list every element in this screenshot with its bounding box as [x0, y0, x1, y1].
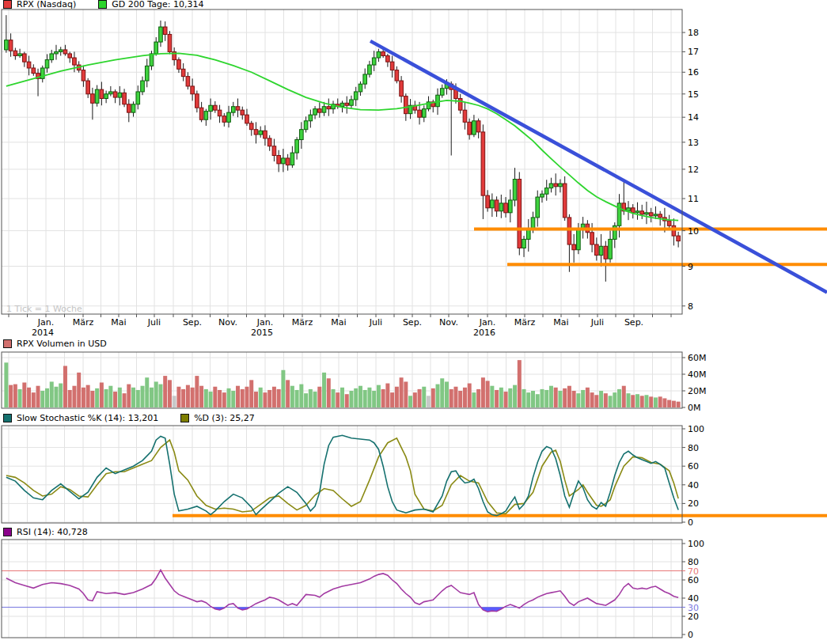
candle-down: [463, 110, 467, 122]
month-label: März: [514, 317, 536, 328]
volume-bar: [45, 388, 49, 407]
volume-bar: [490, 386, 494, 407]
volume-legend: RPX Volumen in USD: [3, 339, 107, 348]
stochastic-tick-label: 100: [688, 424, 704, 434]
candle-down: [476, 121, 480, 132]
candle-down: [249, 123, 253, 130]
candle-down: [563, 184, 567, 218]
candle-down: [272, 146, 276, 156]
stochastic-d-label: %D (3): 25,27: [194, 413, 255, 423]
candle-up: [104, 94, 108, 99]
candle-up: [350, 100, 354, 105]
volume-bar: [508, 388, 512, 407]
volume-bar: [286, 380, 290, 407]
candle-up: [363, 74, 367, 84]
candle-down: [390, 62, 394, 70]
candle-up: [204, 112, 208, 120]
candle-up: [599, 246, 603, 255]
month-label: Sep.: [183, 317, 202, 328]
volume-bar: [354, 388, 358, 407]
candle-up: [59, 50, 63, 52]
volume-bar: [9, 385, 13, 407]
volume-bar: [594, 395, 598, 407]
candle-down: [199, 108, 203, 119]
volume-bar: [40, 391, 44, 407]
candle-up: [609, 239, 613, 259]
volume-bar: [445, 381, 449, 407]
volume-bar: [649, 396, 653, 407]
price-series-legend-item: RPX (Nasdaq): [3, 0, 76, 9]
month-label: Nov.: [439, 317, 458, 328]
volume-bar: [522, 389, 526, 407]
volume-bar: [59, 384, 63, 407]
volume-bar: [617, 389, 621, 407]
candle-down: [191, 86, 195, 94]
volume-bar: [526, 392, 530, 407]
volume-bar: [332, 389, 336, 407]
volume-bar: [536, 394, 540, 407]
candle-down: [658, 214, 662, 218]
ma200-label: GD 200 Tage: 10,314: [112, 0, 203, 9]
candle-up: [55, 51, 59, 54]
candle-down: [554, 184, 558, 187]
candle-up: [45, 60, 49, 68]
volume-bar: [131, 388, 135, 407]
candle-up: [541, 194, 544, 197]
candle-up: [509, 200, 513, 213]
volume-bar: [567, 386, 571, 407]
volume-bar: [90, 391, 94, 407]
volume-bar: [572, 391, 576, 407]
candle-down: [181, 69, 185, 76]
volume-bar: [395, 387, 399, 407]
candle-down: [254, 130, 258, 134]
volume-bar: [118, 388, 122, 407]
month-label: Jan.: [37, 317, 54, 328]
month-label: Juli: [147, 317, 161, 328]
volume-bar: [385, 384, 389, 407]
candle-down: [27, 62, 31, 68]
candle-up: [159, 27, 163, 42]
candle-up: [654, 214, 658, 216]
volume-bar: [295, 390, 299, 407]
volume-bar: [4, 362, 8, 407]
volume-bar: [18, 389, 22, 407]
volume-bar: [576, 393, 580, 407]
candle-up: [645, 213, 649, 214]
candle-down: [327, 107, 331, 109]
volume-bar: [63, 366, 67, 408]
volume-bar: [604, 393, 608, 407]
candle-down: [9, 40, 13, 51]
candle-down: [567, 218, 571, 244]
volume-bar: [531, 391, 535, 407]
stochastic-legend: Slow Stochastic %K (14): 13,201 %D (3): …: [3, 414, 255, 422]
candle-up: [5, 40, 9, 50]
panel-border: [2, 9, 682, 314]
candle-down: [23, 54, 27, 62]
candle-down: [264, 131, 267, 138]
candle-down: [640, 211, 644, 214]
candle-down: [73, 58, 77, 65]
candle-up: [309, 115, 313, 121]
volume-bar: [499, 388, 503, 407]
volume-tick-label: 0M: [688, 403, 701, 413]
candle-up: [227, 112, 231, 122]
volume-bar: [677, 402, 681, 407]
volume-bar: [127, 385, 131, 407]
candle-down: [222, 116, 226, 123]
candle-up: [491, 200, 495, 208]
candle-up: [544, 188, 548, 195]
candle-up: [136, 92, 140, 104]
candle-down: [241, 110, 245, 115]
month-label: Sep.: [624, 317, 643, 328]
candle-down: [404, 97, 408, 114]
volume-bar: [72, 386, 76, 407]
volume-bar: [453, 387, 457, 407]
candle-up: [18, 54, 22, 56]
candle-down: [677, 236, 681, 241]
volume-bar: [558, 391, 562, 407]
stochastic-tick-label: 80: [688, 443, 699, 453]
candle-up: [499, 203, 503, 211]
candle-down: [381, 51, 385, 55]
candle-up: [522, 239, 526, 248]
volume-bar: [418, 389, 422, 407]
